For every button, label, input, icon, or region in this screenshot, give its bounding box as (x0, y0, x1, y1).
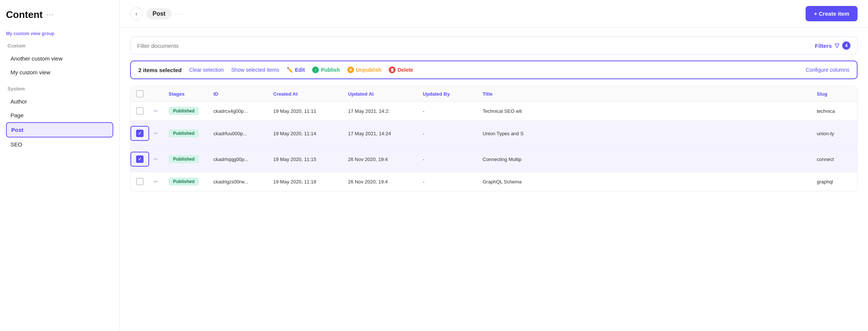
row2-title: Union Types and S (478, 131, 812, 136)
row3-status: Published (164, 155, 209, 163)
topbar-post-label: Post (147, 8, 172, 19)
filters-label: Filters (815, 43, 832, 49)
sidebar-item-page[interactable]: Page (6, 108, 113, 122)
table-row: ✏ Published ckadrcx4g00p... 19 May 2020,… (130, 102, 857, 121)
row1-status: Published (164, 107, 209, 115)
app-title-text: Content (6, 9, 43, 21)
sidebar-system-section: System (7, 86, 113, 92)
row2-edit[interactable]: ✏ (149, 130, 164, 136)
edit-button[interactable]: ✏️ Edit (287, 67, 305, 73)
sidebar-item-seo[interactable]: SEO (6, 137, 113, 151)
row4-checkbox-wrapper[interactable] (130, 178, 149, 185)
row1-status-badge: Published (169, 107, 199, 115)
header-title: Title (478, 91, 812, 97)
header-id: ID (209, 91, 269, 97)
filter-right[interactable]: Filters ▽ 4 (815, 41, 850, 50)
row1-slug: technica (812, 108, 857, 114)
header-checkbox[interactable] (130, 90, 149, 98)
delete-icon: 🗑 (389, 66, 395, 73)
row4-edit-icon[interactable]: ✏ (154, 179, 158, 185)
publish-icon: ↑ (312, 66, 319, 73)
row3-checkbox-wrapper[interactable] (130, 152, 149, 167)
main-area: ‹ Post ··· + Create item Filters ▽ 4 (120, 0, 868, 331)
row3-title: Connecting Multip (478, 157, 812, 162)
edit-label: Edit (295, 67, 305, 73)
row2-edit-icon[interactable]: ✏ (154, 130, 158, 136)
publish-label: Publish (321, 67, 340, 73)
filter-input[interactable] (137, 43, 815, 49)
create-item-button[interactable]: + Create item (806, 6, 858, 21)
row4-updated-by: - (418, 179, 478, 185)
row1-updated-at: 17 May 2021, 14:2: (344, 108, 418, 114)
clear-selection-button[interactable]: Clear selection (189, 67, 224, 73)
table-row: ✏ Published ckadrlgzs00rw... 19 May 2020… (130, 172, 857, 191)
row4-slug: graphql (812, 179, 857, 185)
row2-created-at: 19 May 2020, 11:14 (269, 131, 344, 136)
header-created-at: Created At (269, 91, 344, 97)
row1-title: Technical SEO wit (478, 108, 812, 114)
row3-status-badge: Published (169, 155, 199, 163)
topbar-more-icon[interactable]: ··· (175, 11, 183, 17)
delete-button[interactable]: 🗑 Delete (389, 66, 413, 73)
row1-checkbox[interactable] (136, 107, 144, 115)
row3-edit-icon[interactable]: ✏ (154, 156, 158, 162)
table-row: ✏ Published ckadrfuu000p... 19 May 2020,… (130, 121, 857, 146)
table-header: Stages ID Created At Updated At Updated … (130, 86, 857, 102)
sidebar-item-label: Page (10, 112, 24, 118)
row3-edit[interactable]: ✏ (149, 156, 164, 162)
sidebar-item-another-custom-view[interactable]: Another custom view (6, 52, 113, 65)
show-selected-button[interactable]: Show selected items (231, 67, 279, 73)
row1-created-at: 19 May 2020, 11:11 (269, 108, 344, 114)
row4-edit[interactable]: ✏ (149, 179, 164, 185)
filter-count-badge: 4 (842, 41, 850, 50)
filter-icon: ▽ (835, 42, 839, 49)
table-row: ✏ Published ckadrhqqg00p... 19 May 2020,… (130, 146, 857, 172)
row4-id: ckadrlgzs00rw... (209, 179, 269, 185)
row1-edit-icon[interactable]: ✏ (154, 108, 158, 114)
sidebar: Content ··· My custom view group Custom … (0, 0, 120, 331)
back-icon: ‹ (135, 10, 137, 17)
app-title: Content ··· (6, 9, 113, 21)
sidebar-item-my-custom-view[interactable]: My custom view (6, 65, 113, 79)
sidebar-item-label: Post (11, 127, 24, 133)
publish-button[interactable]: ↑ Publish (312, 66, 340, 73)
row2-id: ckadrfuu000p... (209, 131, 269, 136)
row3-checkbox[interactable] (136, 155, 144, 163)
row2-status-badge: Published (169, 129, 199, 137)
row2-updated-by: - (418, 131, 478, 136)
app-title-dots[interactable]: ··· (46, 12, 53, 18)
back-button[interactable]: ‹ (130, 7, 143, 20)
sidebar-group-label: My custom view group (6, 31, 113, 36)
create-item-label: + Create item (814, 10, 849, 17)
unpublish-label: Unpublish (356, 67, 381, 73)
topbar-left: ‹ Post ··· (130, 7, 183, 20)
sidebar-custom-section: Custom (7, 43, 113, 49)
row1-edit[interactable]: ✏ (149, 108, 164, 114)
row2-checkbox-wrapper[interactable] (130, 126, 149, 141)
row3-id: ckadrhqqg00p... (209, 157, 269, 162)
filter-bar: Filters ▽ 4 (130, 37, 858, 55)
row2-updated-at: 17 May 2021, 14:24 (344, 131, 418, 136)
edit-pencil-icon: ✏️ (287, 67, 293, 73)
unpublish-icon: ✕ (347, 66, 354, 73)
unpublish-button[interactable]: ✕ Unpublish (347, 66, 381, 73)
row1-updated-by: - (418, 108, 478, 114)
select-all-checkbox[interactable] (136, 90, 144, 98)
row4-status: Published (164, 177, 209, 186)
header-slug: Slug (812, 91, 857, 97)
row4-created-at: 19 May 2020, 11:18 (269, 179, 344, 185)
row4-title: GraphQL Schema (478, 179, 812, 185)
configure-columns-button[interactable]: Configure columns (806, 67, 849, 73)
row2-status: Published (164, 129, 209, 137)
row2-checkbox[interactable] (136, 130, 144, 137)
row3-slug: connect (812, 157, 857, 162)
row1-checkbox-wrapper[interactable] (130, 107, 149, 115)
sidebar-item-post[interactable]: Post (6, 122, 113, 137)
content-area: Filters ▽ 4 2 items selected Clear selec… (120, 28, 868, 331)
sidebar-item-author[interactable]: Author (6, 95, 113, 108)
header-updated-by: Updated By (418, 91, 478, 97)
header-updated-at: Updated At (344, 91, 418, 97)
sidebar-item-label: SEO (10, 141, 22, 148)
row4-checkbox[interactable] (136, 178, 144, 185)
sidebar-item-label: My custom view (10, 69, 50, 75)
